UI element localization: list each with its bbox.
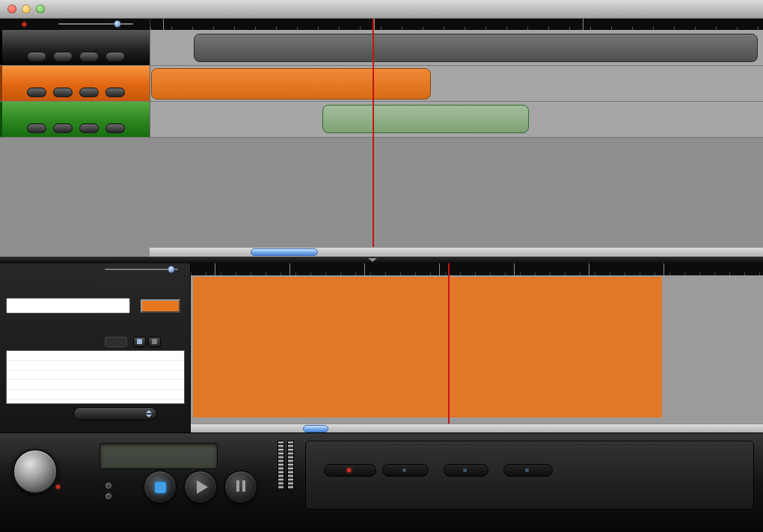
ruler-tick xyxy=(589,263,589,275)
detail-zoom-thumb[interactable] xyxy=(168,266,175,273)
clip-microphone-take1[interactable] xyxy=(194,34,758,62)
view-button-media[interactable] xyxy=(444,464,488,477)
ruler-tick xyxy=(664,263,664,275)
effects-remove-button[interactable] xyxy=(148,337,161,347)
track-record-button[interactable] xyxy=(105,123,125,133)
waveform xyxy=(152,69,430,99)
detail-view xyxy=(191,263,763,432)
waveform xyxy=(193,277,662,418)
timeline-ruler[interactable] xyxy=(150,19,763,30)
timeline-toolbar xyxy=(0,19,763,30)
detail-ruler[interactable] xyxy=(191,263,763,275)
window-title xyxy=(0,3,763,14)
play-button[interactable] xyxy=(184,471,217,504)
track-monitor-button[interactable] xyxy=(53,123,73,133)
transport-knob[interactable] xyxy=(13,449,58,494)
active-indicator-icon xyxy=(347,468,351,472)
track-record-button[interactable] xyxy=(105,88,125,97)
ruler-tick xyxy=(289,263,290,275)
track-lane-microphone[interactable] xyxy=(150,30,763,65)
divider-handle-icon[interactable] xyxy=(368,258,377,262)
detail-clip-intro[interactable] xyxy=(193,277,662,418)
detail-waveform-area[interactable] xyxy=(191,275,763,424)
level-meter-right xyxy=(287,441,294,490)
effects-add-button[interactable] xyxy=(133,337,146,347)
track-color-swatch[interactable] xyxy=(141,299,180,313)
track-row-intro xyxy=(0,66,763,102)
ruler-tick xyxy=(439,263,440,275)
track-lane-applause[interactable] xyxy=(150,102,763,137)
detail-zoom-slider[interactable] xyxy=(105,266,178,273)
pause-icon xyxy=(235,480,247,495)
pane-divider[interactable] xyxy=(0,257,763,263)
view-button-track-edit[interactable] xyxy=(324,464,376,477)
timeline-scrollbar[interactable] xyxy=(150,247,763,257)
timeline-zoom-slider[interactable] xyxy=(58,20,133,28)
waveform xyxy=(194,34,757,61)
indicator-icon xyxy=(402,468,406,472)
ruler-tick xyxy=(163,19,164,30)
remove-effect-icon xyxy=(152,339,157,344)
cut-indicator-icon xyxy=(56,485,60,489)
detail-scrollbar[interactable] xyxy=(191,424,763,432)
track-lane-intro[interactable] xyxy=(150,66,763,101)
play-icon xyxy=(197,480,208,494)
effects-list[interactable] xyxy=(6,350,185,404)
track-effects-button[interactable] xyxy=(79,123,99,133)
time-display xyxy=(99,443,218,469)
ruler-tick xyxy=(514,263,515,275)
track-header-applause[interactable] xyxy=(0,102,150,137)
transport-bar xyxy=(0,432,763,532)
view-button-chapters[interactable] xyxy=(503,464,553,477)
follow-indicator-icon xyxy=(22,22,26,26)
view-button-source[interactable] xyxy=(382,464,429,477)
detail-views-panel xyxy=(305,441,754,510)
stop-icon xyxy=(155,482,166,493)
ruler-tick xyxy=(215,263,215,275)
detail-scrollbar-thumb[interactable] xyxy=(303,425,328,432)
track-rewind-button[interactable] xyxy=(27,52,46,61)
track-row-applause xyxy=(0,102,763,138)
ruler-tick xyxy=(374,19,375,30)
track-monitor-button[interactable] xyxy=(53,52,73,61)
track-header-microphone[interactable] xyxy=(0,30,150,65)
waveform xyxy=(323,106,528,132)
track-controls xyxy=(2,123,150,133)
clip-intro[interactable] xyxy=(151,68,431,100)
indicator-icon xyxy=(463,468,467,472)
edit-track-panel xyxy=(0,263,191,432)
track-name-input[interactable] xyxy=(6,298,130,314)
tracks-area xyxy=(0,30,763,257)
detail-playhead[interactable] xyxy=(448,263,450,424)
clip-applause[interactable] xyxy=(322,105,529,133)
title-bar[interactable] xyxy=(0,0,763,19)
track-row-microphone xyxy=(0,30,763,66)
playhead[interactable] xyxy=(373,19,374,247)
set-out-radio[interactable] xyxy=(105,493,111,499)
ruler-tick xyxy=(583,19,583,30)
indicator-icon xyxy=(525,468,529,472)
lower-section xyxy=(0,263,763,432)
track-rewind-button[interactable] xyxy=(27,123,46,133)
zoom-slider-thumb[interactable] xyxy=(114,20,121,28)
track-controls xyxy=(2,52,150,61)
stop-button[interactable] xyxy=(144,471,177,504)
ruler-tick xyxy=(364,263,365,275)
dropdown-arrows-icon xyxy=(146,410,152,418)
zoom-slider-track xyxy=(58,23,133,25)
track-record-button[interactable] xyxy=(105,52,125,61)
level-meter-left xyxy=(278,441,284,490)
track-effects-button[interactable] xyxy=(79,52,99,61)
track-rewind-button[interactable] xyxy=(27,88,46,97)
scrollbar-thumb[interactable] xyxy=(251,248,318,256)
track-header-intro[interactable] xyxy=(0,66,150,101)
track-controls xyxy=(2,88,150,97)
auto-ducking-select[interactable] xyxy=(73,407,157,421)
track-monitor-button[interactable] xyxy=(53,88,73,97)
app-window xyxy=(0,0,763,532)
track-effects-button[interactable] xyxy=(79,88,99,97)
add-effect-icon xyxy=(137,339,142,344)
pause-button[interactable] xyxy=(224,471,257,504)
set-in-radio[interactable] xyxy=(105,483,111,489)
effects-edit-button[interactable] xyxy=(105,337,127,347)
